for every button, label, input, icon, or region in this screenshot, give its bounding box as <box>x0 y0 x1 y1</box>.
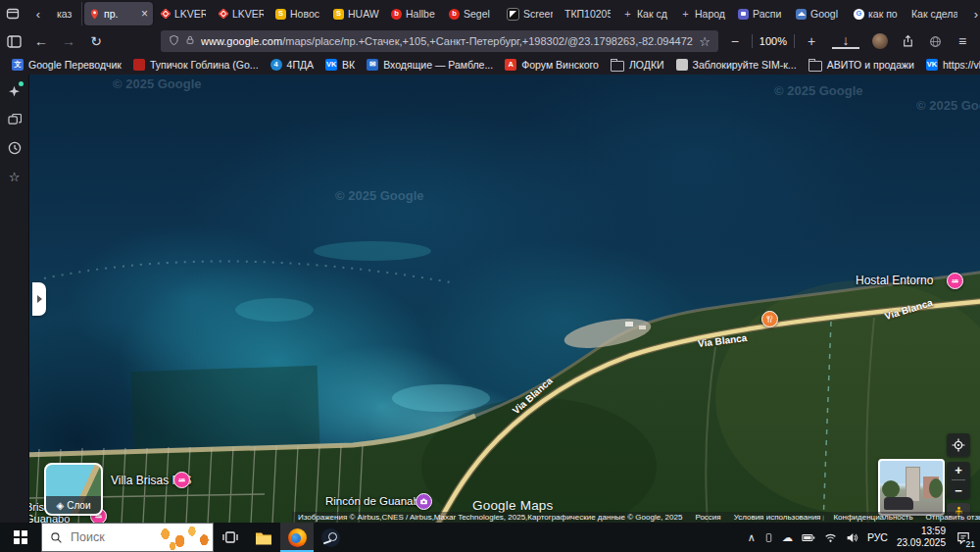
bookmark-star-icon[interactable]: ☆ <box>699 34 710 49</box>
notification-count-badge: 21 <box>965 539 976 549</box>
my-location-button[interactable] <box>947 433 970 457</box>
zoom-in-icon[interactable]: + <box>798 27 825 55</box>
map-zoom-out-button[interactable]: − <box>955 484 962 497</box>
back-button[interactable]: ← <box>27 27 55 55</box>
tab-segel[interactable]: bSegel <box>444 2 500 25</box>
steam-taskbar-button[interactable] <box>314 523 347 552</box>
taskbar-search-box[interactable] <box>41 523 214 552</box>
onedrive-cloud-icon[interactable]: ☁ <box>782 531 793 544</box>
volume-icon[interactable] <box>846 532 858 543</box>
account-avatar[interactable] <box>866 27 894 55</box>
tab-google-maps-active[interactable]: пр. × <box>84 2 153 25</box>
time: 13:59 <box>897 526 946 537</box>
taskbar-clock[interactable]: 13:59 23.09.2025 <box>897 526 946 549</box>
steam-icon <box>321 528 340 547</box>
bookmark-vk[interactable]: VKВК <box>319 55 361 75</box>
firefox-taskbar-button[interactable] <box>280 523 314 552</box>
reload-button[interactable]: ↻ <box>82 27 110 55</box>
red-a-icon: A <box>505 59 516 71</box>
lodging-marker-hostal[interactable] <box>947 273 963 289</box>
bookmarks-star-icon[interactable]: ☆ <box>6 168 24 185</box>
map-zoom-in-button[interactable]: + <box>955 464 962 477</box>
menu-hamburger-icon[interactable]: ≡ <box>949 27 976 55</box>
tab-huawei[interactable]: SHUAW <box>328 2 384 25</box>
poi-label-hostal-entorno[interactable]: Hostal Entorno <box>856 274 933 287</box>
tab-lkver-1[interactable]: LKVER <box>155 2 211 25</box>
downloads-icon[interactable]: ↓ <box>832 33 859 49</box>
yellow-s-favicon: S <box>275 9 286 20</box>
task-view-button[interactable] <box>214 523 247 552</box>
lodging-marker-villa-brisas[interactable] <box>173 472 190 488</box>
bookmark-rambler-mail[interactable]: ✉Входящие — Рамбле... <box>361 55 499 75</box>
zoom-out-icon[interactable]: − <box>721 27 749 55</box>
poi-label-rincon-de-guanabo[interactable]: Rincón de Guanabo <box>325 495 425 507</box>
share-icon[interactable] <box>894 27 921 55</box>
tab-raspi[interactable]: Распи <box>733 2 789 25</box>
tab-kaz[interactable]: каз <box>52 2 82 25</box>
red-b-favicon: b <box>391 9 402 20</box>
tab-kak-po[interactable]: Gкак по <box>849 2 905 25</box>
red-site-icon <box>133 59 145 71</box>
separator <box>752 34 753 48</box>
4pda-icon: 4 <box>270 59 282 71</box>
bookmark-vinsky-forum[interactable]: AФорум Винского <box>499 55 605 75</box>
system-tray: ∧ ☁ РУС 13:59 23.09.2025 21 <box>748 526 980 549</box>
attraction-marker-rincon[interactable] <box>416 493 432 510</box>
firefox-view-icon[interactable] <box>0 0 25 27</box>
sidebar-toggle-icon[interactable] <box>0 27 27 55</box>
history-clock-icon[interactable] <box>6 139 24 157</box>
phone-link-icon[interactable] <box>764 531 773 544</box>
terms-link[interactable]: Условия использования <box>734 513 821 522</box>
tab-scroll-right-icon[interactable]: › <box>963 0 980 27</box>
layers-control[interactable]: ◈Слои <box>44 463 103 516</box>
google-maps-pin-favicon <box>89 9 100 20</box>
bookmark-4pda[interactable]: 44ПДА <box>265 55 320 75</box>
restaurant-marker[interactable] <box>761 311 778 327</box>
page-zoom-level[interactable]: 100% <box>756 35 791 47</box>
url-bar[interactable]: www.google.com/maps/place/пр.+Стачек,+10… <box>161 30 718 52</box>
flag-favicon <box>738 9 749 20</box>
wifi-icon[interactable] <box>824 532 837 543</box>
synced-tabs-icon[interactable] <box>6 111 24 128</box>
tab-close-icon[interactable]: × <box>141 8 148 20</box>
tab-tkp[interactable]: ТКП102055 <box>560 2 615 25</box>
attribution-region[interactable]: Россия <box>695 513 720 522</box>
bookmark-folder-avito[interactable]: АВИТО и продажи <box>803 55 920 75</box>
red-diamond-favicon <box>218 9 228 20</box>
tab-novos[interactable]: SНовос <box>270 2 326 25</box>
hidden-icons-chevron[interactable]: ∧ <box>748 531 756 544</box>
tab-kak-sd[interactable]: +Как сд <box>617 2 673 25</box>
lock-icon[interactable] <box>185 32 195 50</box>
action-center-button[interactable]: 21 <box>955 528 972 546</box>
search-icon <box>50 531 63 544</box>
forward-button[interactable]: → <box>55 27 82 55</box>
side-panel-expand-handle[interactable] <box>32 282 46 316</box>
battery-icon[interactable] <box>802 532 815 543</box>
file-explorer-button[interactable] <box>247 523 280 552</box>
privacy-link[interactable]: Конфиденциальность <box>833 513 912 522</box>
bookmark-vk-photo[interactable]: VKhttps://vk.com/photo-... <box>920 55 980 75</box>
google-maps-satellite-view[interactable]: © 2025 Google © 2025 Google © 2025 Googl… <box>29 75 980 523</box>
feedback-link[interactable]: Отправить отзыв о продукте <box>926 513 980 522</box>
tab-narod[interactable]: +Народ <box>675 2 731 25</box>
language-indicator[interactable]: РУС <box>867 531 888 543</box>
tab-scroll-left-icon[interactable]: ‹ <box>25 0 51 27</box>
start-button[interactable] <box>0 523 41 552</box>
tab-kak-sdela[interactable]: Как сдела <box>906 2 962 25</box>
tab-hallberg[interactable]: bHallbe <box>386 2 442 25</box>
shield-icon[interactable] <box>169 32 179 50</box>
yellow-s-favicon: S <box>333 9 344 20</box>
bookmark-google-translate[interactable]: 文Google Переводчик <box>6 55 127 75</box>
bookmark-sim-block[interactable]: Заблокируйте SIM-к... <box>670 55 803 75</box>
bookmark-tupichok[interactable]: Тупичок Гоблина (Go... <box>127 55 265 75</box>
street-view-preview[interactable] <box>878 459 945 516</box>
tab-screen[interactable]: Screen <box>502 2 558 25</box>
tab-google-photos[interactable]: Googl <box>791 2 847 25</box>
ai-chat-icon[interactable] <box>6 82 24 100</box>
tab-lkver-2[interactable]: LKVER <box>213 2 269 25</box>
bookmark-folder-lodki[interactable]: ЛОДКИ <box>605 55 670 75</box>
search-input[interactable] <box>69 529 151 545</box>
extensions-globe-icon[interactable] <box>921 27 949 55</box>
doc-icon <box>676 59 688 71</box>
copyright-watermark: © 2025 Google <box>916 98 980 113</box>
